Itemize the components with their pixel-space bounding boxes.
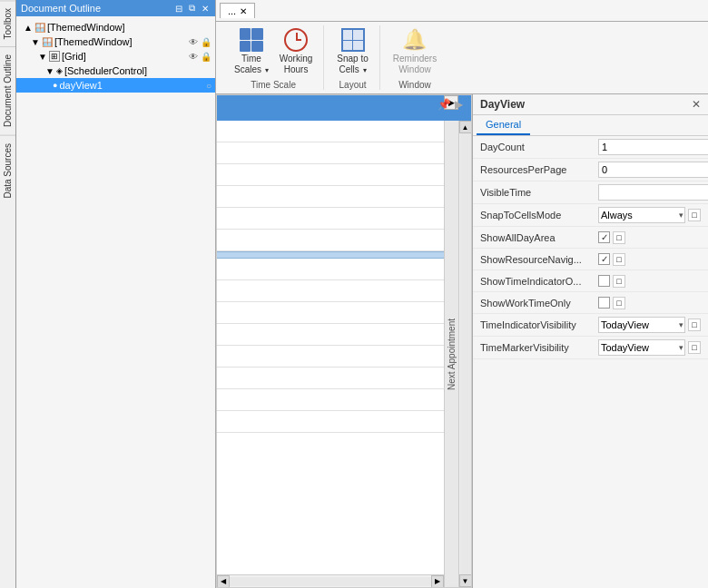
properties-title: DayView xyxy=(480,98,525,111)
showresourcenavigator-expand-button[interactable]: □ xyxy=(613,253,625,266)
prop-row-showworktimeonly: ShowWorkTimeOnly □ xyxy=(473,292,708,314)
prop-name-showworktimeonly: ShowWorkTimeOnly xyxy=(480,298,598,309)
scroll-left-button[interactable]: ◀ xyxy=(217,575,230,588)
scroll-down-button[interactable]: ▼ xyxy=(459,574,472,587)
prop-row-timeindicatorvisibility: TimeIndicatorVisibility TodayView Always… xyxy=(473,314,708,337)
showtimeindicator-expand-button[interactable]: □ xyxy=(613,275,625,288)
tree-item-schedulercontrol[interactable]: ▼ ◈ [SchedulerControl] xyxy=(16,64,215,78)
titlebar-buttons: ⊟ ⧉ ✕ xyxy=(173,3,211,14)
prop-row-snaptocellsmode: SnapToCellsMode Always Disabled OuterBou… xyxy=(473,204,708,227)
prop-name-showalldayarea: ShowAllDayArea xyxy=(480,232,598,243)
tree-item-grid[interactable]: ▼ ⊞ [Grid] 👁 🔒 xyxy=(16,49,215,64)
snaptocellsmode-expand-button[interactable]: □ xyxy=(688,209,701,221)
scheduler-separator xyxy=(217,251,471,259)
ribbon-group-timescale: TimeScales ▾ WorkingHours Time Scale xyxy=(223,25,324,90)
reminders-label: RemindersWindow xyxy=(393,54,437,75)
tab-general[interactable]: General xyxy=(477,115,530,135)
prop-value-showworktimeonly: □ xyxy=(598,297,701,309)
sched-row-14 xyxy=(217,411,471,433)
prop-name-timemarkervisibility: TimeMarkerVisibility xyxy=(480,342,598,353)
sched-row-2 xyxy=(217,142,471,164)
pin-icon[interactable]: 📌 xyxy=(438,98,451,111)
reminders-icon: 🔔 xyxy=(403,28,427,52)
ribbon-buttons-layout: Snap toCells ▾ xyxy=(333,25,371,78)
vertical-scrollbar: ▲ ▼ xyxy=(458,121,471,587)
scroll-track-v[interactable] xyxy=(460,133,471,574)
tree-item-themedwindow[interactable]: ▼ 🪟 [ThemedWindow] 👁 🔒 xyxy=(16,34,215,49)
prop-name-showresourcenavigator: ShowResourceNavig... xyxy=(480,254,598,265)
tree-item-dayview1[interactable]: ● dayView1 ○ xyxy=(16,78,215,93)
sched-row-1 xyxy=(217,121,471,142)
visibility-icon-3[interactable]: 👁 xyxy=(189,52,198,62)
window-icon: 🪟 xyxy=(34,23,45,33)
sched-row-6 xyxy=(217,230,471,251)
scroll-right-button[interactable]: ▶ xyxy=(431,575,444,588)
prop-value-timemarkervisibility: TodayView Always Never □ xyxy=(598,339,701,356)
timemarkervisibility-expand-button[interactable]: □ xyxy=(688,341,701,354)
prop-name-visibletime: VisibleTime xyxy=(480,187,598,198)
float-button[interactable]: ⧉ xyxy=(187,3,197,14)
sched-row-11 xyxy=(217,346,471,368)
resourcesperpage-input[interactable] xyxy=(598,162,708,178)
working-hours-button[interactable]: WorkingHours xyxy=(276,25,317,78)
properties-tabs: General xyxy=(473,115,708,136)
next-appointment-label: Next Appointment xyxy=(447,318,457,390)
dayview-icon: ● xyxy=(53,81,57,90)
showworktimeonly-checkbox[interactable] xyxy=(598,297,610,309)
prop-name-snaptocellsmode: SnapToCellsMode xyxy=(480,210,598,220)
document-tab[interactable]: ... ✕ xyxy=(220,3,255,18)
layout-group-label: Layout xyxy=(339,80,367,90)
ribbon-group-window: 🔔 RemindersWindow Window xyxy=(382,25,447,90)
prop-value-showalldayarea: □ xyxy=(598,231,701,244)
prop-name-daycount: DayCount xyxy=(480,142,598,152)
sched-row-8 xyxy=(217,280,471,302)
control-icon: ◈ xyxy=(56,66,63,75)
snap-to-cells-label: Snap toCells ▾ xyxy=(337,54,368,75)
time-scales-label: TimeScales ▾ xyxy=(234,54,269,75)
scroll-track[interactable] xyxy=(230,577,431,586)
prop-value-visibletime: □ xyxy=(598,184,708,201)
prop-value-timeindicatorvisibility: TodayView Always Never □ xyxy=(598,317,701,333)
timeindicatorvisibility-select[interactable]: TodayView Always Never xyxy=(598,317,685,333)
time-scales-icon xyxy=(240,28,263,52)
timeindicatorvisibility-expand-button[interactable]: □ xyxy=(688,318,701,331)
expand-ribbon-icon[interactable]: ▶ xyxy=(455,98,463,111)
daycount-input[interactable] xyxy=(598,139,708,155)
sched-row-12 xyxy=(217,368,471,389)
tree-item-themedwindow-root[interactable]: ▲ 🪟 [ThemedWindow] xyxy=(16,20,215,34)
visibility-icon[interactable]: 👁 xyxy=(189,37,198,47)
reminders-window-button[interactable]: 🔔 RemindersWindow xyxy=(389,25,440,78)
showtimeindicator-checkbox[interactable] xyxy=(598,275,610,287)
scheduler-area: ◀ ▶ ▲ ▼ Next Appointment ▶ xyxy=(216,94,472,588)
showalldayarea-expand-button[interactable]: □ xyxy=(613,231,625,244)
showresourcenavigator-checkbox[interactable] xyxy=(598,253,610,265)
timemarkervisibility-select[interactable]: TodayView Always Never xyxy=(598,339,685,356)
time-scales-button[interactable]: TimeScales ▾ xyxy=(231,25,272,78)
toolbox-tab[interactable]: Toolbox xyxy=(0,0,15,46)
prop-row-visibletime: VisibleTime □ xyxy=(473,181,708,204)
timeindicatorvisibility-select-wrapper: TodayView Always Never xyxy=(598,317,685,333)
lock-icon-3[interactable]: 🔒 xyxy=(201,52,211,62)
document-outline-tab[interactable]: Document Outline xyxy=(0,46,15,134)
prop-value-resourcesperpage: □ xyxy=(598,162,708,178)
sched-row-13 xyxy=(217,389,471,411)
showworktimeonly-expand-button[interactable]: □ xyxy=(613,297,625,309)
snap-to-cells-button[interactable]: Snap toCells ▾ xyxy=(333,25,371,78)
visibletime-input[interactable] xyxy=(598,184,708,201)
sched-row-9 xyxy=(217,302,471,324)
close-button[interactable]: ✕ xyxy=(200,4,211,14)
prop-value-showtimeindicator: □ xyxy=(598,275,701,288)
outline-title: Document Outline xyxy=(21,3,101,14)
scroll-up-button[interactable]: ▲ xyxy=(459,121,472,133)
data-sources-tab[interactable]: Data Sources xyxy=(0,135,15,206)
snaptocellsmode-select[interactable]: Always Disabled OuterBounds xyxy=(598,207,685,223)
properties-content: DayCount □ ResourcesPerPage □ xyxy=(473,136,708,588)
sched-row-10 xyxy=(217,324,471,346)
prop-name-showtimeindicator: ShowTimeIndicatorO... xyxy=(480,276,598,287)
doc-tab-close[interactable]: ✕ xyxy=(240,6,247,16)
lock-icon[interactable]: 🔒 xyxy=(201,37,211,47)
pin-button[interactable]: ⊟ xyxy=(173,4,184,14)
showalldayarea-checkbox[interactable] xyxy=(598,231,610,243)
window-icon-2: 🪟 xyxy=(42,37,53,47)
properties-close-button[interactable]: ✕ xyxy=(692,98,701,111)
